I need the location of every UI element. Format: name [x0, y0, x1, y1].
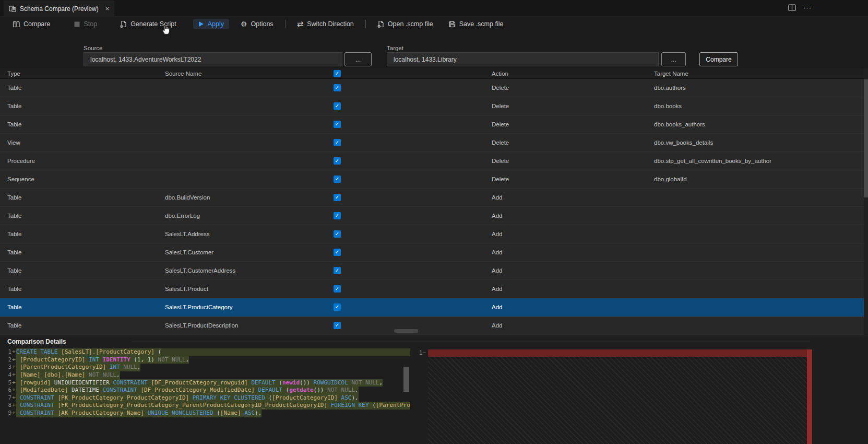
options-label: Options [251, 20, 274, 28]
table-row[interactable]: TableSalesLT.Product✓Add [0, 280, 864, 298]
table-row[interactable]: Sequence✓Deletedbo.globalId [0, 170, 864, 189]
switch-direction-button[interactable]: ⇄ Switch Direction [292, 19, 359, 30]
row-include-checkbox[interactable]: ✓ [334, 102, 341, 110]
line-number: 8 [0, 402, 11, 410]
column-type[interactable]: Type [0, 71, 165, 77]
cell-action: Add [492, 231, 654, 237]
table-row[interactable]: Tabledbo.ErrorLog✓Add [0, 207, 864, 225]
cell-action: Delete [492, 103, 654, 109]
table-row[interactable]: Table✓Deletedbo.authors [0, 79, 864, 97]
source-diff-editor[interactable]: 1+CREATE TABLE [SalesLT].[ProductCategor… [0, 348, 410, 444]
cell-type: Table [0, 267, 165, 274]
row-include-checkbox[interactable]: ✓ [334, 285, 341, 293]
line-number: 4 [0, 371, 11, 379]
row-include-checkbox[interactable]: ✓ [334, 230, 341, 238]
generate-script-button[interactable]: Generate Script [115, 19, 182, 29]
cell-source-name: SalesLT.Customer [165, 249, 327, 255]
diff-add-sign: + [11, 348, 16, 356]
cell-type: Sequence [0, 176, 165, 182]
table-row[interactable]: TableSalesLT.ProductCategory✓Add [0, 298, 864, 317]
table-row[interactable]: Procedure✓Deletedbo.stp_get_all_cowritte… [0, 152, 864, 170]
select-all-checkbox[interactable]: ✓ [334, 70, 341, 77]
comparison-details-panel: Comparison Details 1+CREATE TABLE [Sales… [0, 335, 868, 444]
grid-body: Table✓Deletedbo.authorsTable✓Deletedbo.b… [0, 79, 864, 335]
stop-icon [74, 21, 80, 27]
stop-button[interactable]: Stop [69, 19, 102, 29]
cell-type: Table [0, 249, 165, 255]
cell-type: Table [0, 304, 165, 310]
source-input[interactable]: localhost, 1433.AdventureWorksLT2022 [84, 52, 342, 66]
table-row[interactable]: Table✓Deletedbo.books_authors [0, 115, 864, 134]
diff-added-line: 1+CREATE TABLE [SalesLT].[ProductCategor… [0, 348, 410, 356]
column-target-name[interactable]: Target Name [654, 71, 864, 77]
target-diff-editor[interactable]: 1− [413, 348, 812, 444]
line-number: 9 [0, 410, 11, 417]
row-include-checkbox[interactable]: ✓ [334, 157, 341, 165]
cell-target-name: dbo.globalId [654, 176, 864, 182]
row-include-checkbox[interactable]: ✓ [334, 303, 341, 311]
cell-action: Delete [492, 176, 654, 182]
close-icon[interactable]: × [105, 5, 110, 13]
more-actions-icon[interactable]: ··· [803, 4, 812, 11]
row-include-checkbox[interactable]: ✓ [334, 176, 341, 183]
toolbar-separator [365, 20, 366, 28]
target-browse-button[interactable]: ... [661, 52, 686, 66]
source-value: localhost, 1433.AdventureWorksLT2022 [90, 56, 201, 63]
panel-divider [132, 342, 810, 342]
options-button[interactable]: ⚙ Options [235, 19, 279, 29]
cell-action: Add [492, 286, 654, 292]
row-include-checkbox[interactable]: ✓ [334, 267, 341, 274]
open-scmp-label: Open .scmp file [388, 20, 433, 28]
schema-compare-icon [9, 5, 16, 13]
diff-added-line: 8+ CONSTRAINT [FK_ProductCategory_Produc… [0, 402, 410, 410]
grid-vertical-scrollbar-thumb[interactable] [864, 79, 868, 197]
row-include-checkbox[interactable]: ✓ [334, 84, 341, 91]
table-row[interactable]: View✓Deletedbo.vw_books_details [0, 134, 864, 152]
row-include-checkbox[interactable]: ✓ [334, 139, 341, 146]
tab-schema-compare[interactable]: Schema Compare (Preview) × [4, 1, 114, 17]
apply-button[interactable]: Apply [193, 19, 229, 29]
cell-source-name: SalesLT.Address [165, 231, 327, 237]
diff-added-line: 2+ [ProductCategoryID] INT IDENTITY (1, … [0, 356, 410, 364]
diff-add-sign: + [11, 387, 16, 394]
line-number: 7 [0, 394, 11, 402]
table-row[interactable]: TableSalesLT.Customer✓Add [0, 243, 864, 262]
open-scmp-button[interactable]: Open .scmp file [372, 19, 438, 29]
diff-added-line: 9+ CONSTRAINT [AK_ProductCategory_Name] … [0, 410, 410, 417]
row-include-checkbox[interactable]: ✓ [334, 249, 341, 256]
column-action[interactable]: Action [492, 71, 654, 77]
row-include-checkbox[interactable]: ✓ [334, 194, 341, 201]
source-editor-scrollbar-thumb[interactable] [403, 367, 409, 392]
table-row[interactable]: TableSalesLT.CustomerAddress✓Add [0, 262, 864, 280]
table-row[interactable]: Table✓Deletedbo.books [0, 97, 864, 115]
table-row[interactable]: TableSalesLT.Address✓Add [0, 225, 864, 243]
line-number: 6 [0, 387, 11, 394]
cell-type: Table [0, 213, 165, 219]
cell-action: Add [492, 194, 654, 201]
diff-added-line: 7+ CONSTRAINT [PK_ProductCategory_Produc… [0, 394, 410, 402]
source-browse-button[interactable]: ... [344, 52, 372, 66]
row-include-checkbox[interactable]: ✓ [334, 121, 341, 128]
split-editor-icon[interactable] [788, 4, 796, 11]
grid-horizontal-scrollbar-thumb[interactable] [394, 329, 418, 333]
target-input[interactable]: localhost, 1433.Library [387, 52, 659, 66]
compare-label: Compare [23, 20, 50, 28]
line-number: 5 [0, 379, 11, 387]
toolbar-separator [285, 20, 286, 28]
column-source-name[interactable]: Source Name [165, 71, 327, 77]
cell-action: Delete [492, 85, 654, 91]
compare-run-button[interactable]: Compare [699, 52, 738, 66]
overview-ruler-delete-marker [807, 349, 812, 444]
row-include-checkbox[interactable]: ✓ [334, 212, 341, 219]
apply-label: Apply [208, 20, 224, 28]
row-include-checkbox[interactable]: ✓ [334, 322, 341, 329]
target-label: Target [387, 45, 403, 51]
compare-button[interactable]: Compare [7, 19, 55, 29]
table-row[interactable]: Tabledbo.BuildVersion✓Add [0, 189, 864, 207]
stop-label: Stop [84, 20, 97, 28]
cell-action: Add [492, 322, 654, 329]
table-row[interactable]: TableSalesLT.ProductDescription✓Add [0, 317, 864, 335]
save-scmp-button[interactable]: Save .scmp file [444, 19, 509, 29]
line-number: 3 [0, 364, 11, 371]
cell-type: Table [0, 322, 165, 329]
